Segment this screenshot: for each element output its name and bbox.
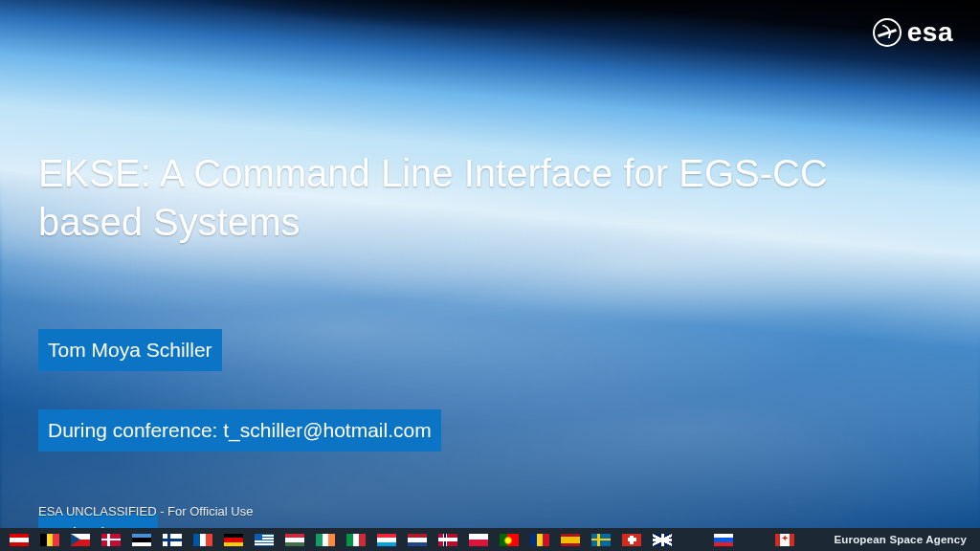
flag-ca bbox=[775, 534, 794, 546]
slide-title: EKSE: A Command Line Interface for EGS-C… bbox=[38, 149, 861, 247]
classification-label: ESA UNCLASSIFIED - For Official Use bbox=[38, 504, 253, 518]
footer-bar: European Space Agency bbox=[0, 528, 980, 551]
agency-name: European Space Agency bbox=[834, 534, 967, 545]
flag-hu bbox=[285, 534, 304, 546]
flag-se bbox=[591, 534, 611, 546]
flag-fi bbox=[163, 534, 182, 546]
flag-ch bbox=[622, 534, 641, 546]
esa-logo-text: esa bbox=[907, 17, 953, 48]
author-contact: During conference: t_schiller@hotmail.co… bbox=[38, 409, 441, 452]
flag-no bbox=[438, 534, 457, 546]
flag-lu bbox=[377, 534, 396, 546]
flag-be bbox=[40, 534, 59, 546]
flag-blank bbox=[745, 534, 764, 546]
author-name: Tom Moya Schiller bbox=[38, 329, 222, 371]
flag-it bbox=[346, 534, 366, 546]
esa-logo-mark-icon bbox=[873, 18, 902, 47]
flag-pl bbox=[469, 534, 488, 546]
flag-ie bbox=[316, 534, 335, 546]
flag-gr bbox=[255, 534, 274, 546]
flag-cz bbox=[71, 534, 90, 546]
esa-logo: esa bbox=[873, 17, 953, 48]
member-flags bbox=[10, 534, 794, 546]
flag-de bbox=[224, 534, 243, 546]
flag-at bbox=[10, 534, 29, 546]
flag-gb bbox=[653, 534, 672, 546]
flag-dk bbox=[101, 534, 121, 546]
flag-si bbox=[714, 534, 733, 546]
slide: esa EKSE: A Command Line Interface for E… bbox=[0, 0, 980, 551]
flag-ro bbox=[530, 534, 549, 546]
flag-pt bbox=[500, 534, 519, 546]
flag-blank bbox=[683, 534, 702, 546]
flag-fr bbox=[193, 534, 212, 546]
flag-nl bbox=[408, 534, 427, 546]
flag-ee bbox=[132, 534, 151, 546]
flag-es bbox=[561, 534, 580, 546]
